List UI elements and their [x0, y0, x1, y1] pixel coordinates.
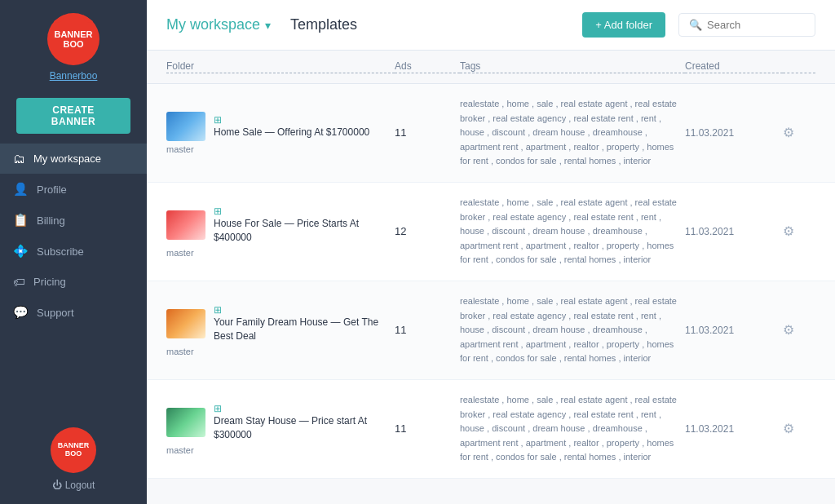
folder-name-area-3: ⊞ Your Family Dream House — Get The Best…: [214, 304, 395, 343]
sidebar-item-subscribe[interactable]: 💠 Subscribe: [0, 236, 147, 267]
tags-cell-1: realestate , home , sale , real estate a…: [460, 97, 685, 169]
ads-count-2: 12: [395, 225, 460, 237]
logo-text: BANNERBOO: [54, 29, 92, 49]
table-row: ⊞ Your Family Dream House — Get The Best…: [147, 281, 835, 380]
folder-item-name-1[interactable]: Home Sale — Offering At $1700000: [214, 126, 369, 139]
workspace-label: My workspace: [166, 16, 260, 33]
sidebar-nav: 🗂 My workspace 👤 Profile 📋 Billing 💠 Sub…: [0, 144, 147, 414]
folder-item-icon-1: ⊞: [214, 114, 369, 126]
table-container: Folder Ads Tags Created ⊞ Home Sale — Of…: [147, 51, 835, 504]
sidebar-item-workspace[interactable]: 🗂 My workspace: [0, 144, 147, 174]
brand-name[interactable]: Bannerboo: [50, 70, 98, 82]
folder-thumbnail-4: [166, 408, 205, 437]
ads-count-4: 11: [395, 422, 460, 435]
subscribe-icon: 💠: [13, 244, 29, 259]
settings-icon-2[interactable]: ⚙: [783, 223, 815, 239]
folder-cell-2: ⊞ House For Sale — Price Starts At $4000…: [166, 206, 395, 258]
tags-cell-4: realestate , home , sale , real estate a…: [460, 393, 685, 465]
main-content: My workspace ▾ Templates + Add folder 🔍 …: [147, 0, 835, 504]
folder-item-icon-3: ⊞: [214, 304, 395, 316]
logo-area: BANNERBOO Bannerboo: [47, 0, 99, 88]
sidebar-item-profile[interactable]: 👤 Profile: [0, 174, 147, 205]
sidebar-item-support[interactable]: 💬 Support: [0, 297, 147, 328]
settings-icon-3[interactable]: ⚙: [783, 322, 815, 338]
folder-item-name-3[interactable]: Your Family Dream House — Get The Best D…: [214, 316, 395, 343]
ads-count-1: 11: [395, 126, 460, 139]
logout-button[interactable]: ⏻ Logout: [52, 480, 95, 491]
folder-item-icon-2: ⊞: [214, 206, 395, 217]
col-ads: Ads: [395, 60, 460, 73]
search-box: 🔍: [678, 13, 815, 37]
col-actions: [783, 60, 815, 73]
billing-icon: 📋: [13, 213, 29, 228]
folder-cell-3: ⊞ Your Family Dream House — Get The Best…: [166, 304, 395, 356]
search-input[interactable]: [707, 19, 805, 31]
folder-thumb-name-4: ⊞ Dream Stay House — Price start At $300…: [166, 403, 395, 442]
created-cell-3: 11.03.2021: [685, 325, 783, 336]
workspace-icon: 🗂: [13, 152, 25, 166]
table-row: ⊞ Home Sale — Offering At $1700000 maste…: [147, 84, 835, 183]
folder-cell-1: ⊞ Home Sale — Offering At $1700000 maste…: [166, 112, 395, 154]
ads-count-3: 11: [395, 324, 460, 336]
created-cell-1: 11.03.2021: [685, 127, 783, 139]
folder-thumbnail-3: [166, 309, 205, 338]
sidebar: BANNERBOO Bannerboo CREATE BANNER 🗂 My w…: [0, 0, 147, 504]
folder-subfolder-1: master: [166, 144, 194, 154]
col-created: Created: [685, 60, 783, 73]
folder-thumb-name-2: ⊞ House For Sale — Price Starts At $4000…: [166, 206, 395, 245]
chevron-down-icon: ▾: [265, 19, 271, 32]
sidebar-item-billing[interactable]: 📋 Billing: [0, 205, 147, 236]
header: My workspace ▾ Templates + Add folder 🔍: [147, 0, 835, 51]
col-folder: Folder: [166, 60, 395, 73]
settings-icon-4[interactable]: ⚙: [783, 421, 815, 436]
folder-name-area-2: ⊞ House For Sale — Price Starts At $4000…: [214, 206, 395, 245]
folder-thumbnail-1: [166, 112, 205, 141]
sidebar-label-workspace: My workspace: [33, 153, 101, 165]
table-row: ⊞ Dream Stay House — Price start At $300…: [147, 380, 835, 479]
folder-name-area-1: ⊞ Home Sale — Offering At $1700000: [214, 114, 369, 139]
add-folder-button[interactable]: + Add folder: [582, 12, 665, 38]
folder-subfolder-4: master: [166, 445, 194, 455]
created-cell-4: 11.03.2021: [685, 423, 783, 435]
folder-subfolder-2: master: [166, 248, 194, 258]
tags-cell-2: realestate , home , sale , real estate a…: [460, 196, 685, 267]
logout-label: Logout: [65, 480, 95, 491]
folder-item-name-2[interactable]: House For Sale — Price Starts At $400000: [214, 217, 395, 245]
workspace-selector[interactable]: My workspace ▾: [166, 16, 271, 33]
col-tags: Tags: [460, 60, 685, 73]
sidebar-label-billing: Billing: [37, 214, 65, 227]
tags-cell-3: realestate , home , sale , real estate a…: [460, 294, 685, 366]
folder-item-name-4[interactable]: Dream Stay House — Price start At $30000…: [214, 414, 395, 442]
created-cell-2: 11.03.2021: [685, 226, 783, 237]
folder-thumb-name-3: ⊞ Your Family Dream House — Get The Best…: [166, 304, 395, 343]
search-icon: 🔍: [689, 19, 702, 31]
page-title: Templates: [290, 16, 357, 33]
sidebar-item-pricing[interactable]: 🏷 Pricing: [0, 267, 147, 297]
profile-icon: 👤: [13, 182, 29, 197]
sidebar-label-pricing: Pricing: [33, 276, 66, 288]
folder-thumbnail-2: [166, 210, 205, 240]
table-row: ⊞ House For Sale — Price Starts At $4000…: [147, 183, 835, 281]
support-icon: 💬: [13, 305, 29, 320]
sidebar-label-subscribe: Subscribe: [37, 245, 84, 258]
sidebar-label-support: Support: [37, 307, 74, 319]
pricing-icon: 🏷: [13, 275, 25, 289]
logo: BANNERBOO: [47, 13, 99, 65]
table-header: Folder Ads Tags Created: [147, 51, 835, 84]
sidebar-label-profile: Profile: [37, 183, 67, 196]
bottom-logo-text: BANNERBOO: [58, 442, 90, 458]
sidebar-bottom: BANNERBOO ⏻ Logout: [51, 414, 96, 504]
bottom-logo: BANNERBOO: [51, 427, 96, 473]
settings-icon-1[interactable]: ⚙: [783, 125, 815, 140]
folder-name-area-4: ⊞ Dream Stay House — Price start At $300…: [214, 403, 395, 442]
folder-thumb-name-1: ⊞ Home Sale — Offering At $1700000: [166, 112, 369, 141]
folder-cell-4: ⊞ Dream Stay House — Price start At $300…: [166, 403, 395, 455]
logout-icon: ⏻: [52, 480, 62, 491]
create-banner-button[interactable]: CREATE BANNER: [16, 98, 130, 134]
folder-subfolder-3: master: [166, 347, 194, 356]
folder-item-icon-4: ⊞: [214, 403, 395, 414]
